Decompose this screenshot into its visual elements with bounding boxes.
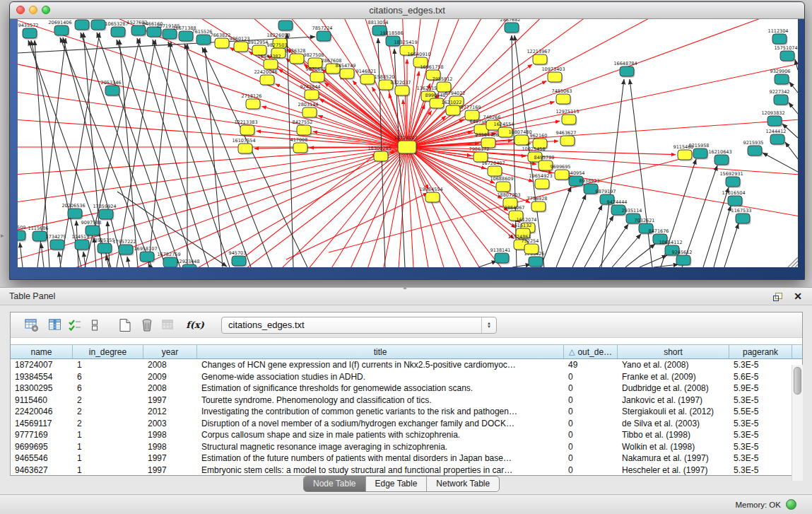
table-cell[interactable]: 0 [564, 383, 618, 393]
column-header[interactable]: in_degree [73, 345, 143, 358]
table-row[interactable]: 911546021997Tourette syndrome. Phenomeno… [11, 395, 802, 407]
graph-node[interactable] [496, 182, 510, 192]
graph-node[interactable] [50, 240, 64, 250]
table-cell[interactable]: Hescheler et al. (1997) [618, 465, 729, 475]
graph-node[interactable] [548, 72, 562, 82]
graph-node[interactable] [533, 54, 547, 64]
table-row[interactable]: 1456911722003Disruption of a novel membe… [11, 418, 802, 430]
table-cell[interactable]: Changes of HCN gene expression and I(f) … [197, 360, 564, 370]
table-cell[interactable]: 0 [564, 453, 618, 463]
table-vertical-scrollbar[interactable] [792, 365, 803, 481]
table-cell[interactable]: 1998 [143, 430, 197, 440]
table-cell[interactable]: 2 [73, 395, 143, 405]
graph-node[interactable] [620, 66, 634, 76]
table-cell[interactable]: Jankovic et al. (1997) [618, 395, 729, 405]
table-cell[interactable]: 49 [564, 360, 618, 370]
table-cell[interactable]: 5.3E-5 [729, 453, 792, 463]
tab-node-table[interactable]: Node Table [304, 477, 366, 491]
table-row[interactable]: 2242004622012Investigating the contribut… [11, 406, 802, 418]
table-cell[interactable]: 22420046 [11, 407, 73, 416]
network-canvas[interactable]: 9435572206914062049719240557210653287152… [18, 19, 798, 267]
graph-node[interactable] [23, 28, 37, 38]
graph-node[interactable] [728, 196, 742, 206]
column-header[interactable]: △out_de… [564, 345, 618, 358]
graph-node[interactable] [278, 21, 293, 30]
table-cell[interactable]: Embryonic stem cells: a model to study s… [197, 465, 564, 475]
graph-node[interactable] [780, 51, 794, 61]
graph-node[interactable] [774, 95, 788, 105]
close-panel-icon[interactable]: ✕ [794, 291, 802, 302]
table-cell[interactable]: Franke et al. (2009) [618, 372, 729, 382]
table-cell[interactable]: Wolkin et al. (1998) [618, 442, 729, 452]
graph-node[interactable] [678, 150, 692, 160]
network-view-window[interactable]: citations_edges.txt 94355722069140620497… [9, 1, 805, 280]
table-row[interactable]: 969969511998Structural magnetic resonanc… [11, 441, 802, 453]
graph-node[interactable] [555, 170, 569, 180]
table-cell[interactable]: 2003 [143, 419, 197, 428]
table-cell[interactable]: 1997 [143, 453, 197, 463]
table-cell[interactable]: 6 [73, 383, 143, 393]
graph-node[interactable] [182, 264, 196, 267]
graph-node[interactable] [340, 69, 354, 78]
table-row[interactable]: 946554611997Estimation of the future num… [11, 452, 802, 465]
graph-node[interactable] [446, 105, 460, 115]
table-cell[interactable]: 2012 [143, 407, 197, 416]
graph-node[interactable] [75, 240, 89, 250]
graph-node[interactable] [767, 116, 782, 126]
table-cell[interactable]: 5.3E-5 [729, 419, 792, 428]
graph-node[interactable] [140, 252, 154, 262]
graph-node[interactable] [119, 245, 133, 255]
table-cell[interactable]: Yano et al. (2008) [618, 360, 729, 370]
graph-node[interactable] [240, 125, 254, 135]
table-cell[interactable]: 1997 [143, 395, 197, 405]
new-table-icon[interactable] [117, 317, 133, 333]
column-header[interactable]: name [11, 345, 73, 358]
table-cell[interactable]: 0 [564, 430, 618, 440]
graph-node[interactable] [360, 74, 375, 84]
table-cell[interactable]: Disruption of a novel member of a sodium… [197, 419, 564, 428]
graph-node[interactable] [514, 135, 529, 145]
table-cell[interactable]: Genome-wide association studies in ADHD. [197, 372, 564, 382]
canvas-resize-grip[interactable] [788, 257, 798, 267]
graph-node[interactable] [297, 125, 311, 135]
table-cell[interactable]: 2008 [143, 383, 197, 393]
table-cell[interactable]: Tibbo et al. (1998) [618, 430, 729, 440]
table-cell[interactable]: Estimation of the future numbers of pati… [197, 453, 564, 463]
table-cell[interactable]: 9463627 [11, 465, 73, 475]
graph-node[interactable] [714, 155, 729, 165]
table-cell[interactable]: Corpus callosum shape and size in male p… [197, 430, 564, 440]
table-row[interactable]: 946362711997Embryonic stem cells: a mode… [11, 465, 802, 477]
graph-node[interactable] [232, 256, 246, 266]
graph-node[interactable] [562, 115, 576, 124]
table-cell[interactable]: Estimation of significance thresholds fo… [197, 383, 564, 393]
graph-node[interactable] [163, 257, 177, 267]
graph-node[interactable] [535, 179, 549, 189]
table-cell[interactable]: 1 [73, 453, 143, 463]
table-selector-dropdown[interactable]: citations_edges.txt ▲▼ [221, 317, 497, 334]
graph-node[interactable] [556, 94, 570, 104]
table-cell[interactable]: 0 [564, 395, 618, 405]
graph-node[interactable] [317, 31, 331, 41]
graph-node[interactable] [111, 27, 125, 37]
table-cell[interactable]: 2009 [143, 372, 197, 382]
scrollbar-thumb[interactable] [794, 367, 801, 395]
table-cell[interactable]: 1998 [143, 442, 197, 452]
table-cell[interactable]: 1 [73, 430, 143, 440]
table-cell[interactable]: 5.3E-5 [729, 395, 792, 405]
table-cell[interactable]: Stergiakouli et al. (2012) [618, 407, 729, 416]
tab-network-table[interactable]: Network Table [427, 477, 499, 491]
graph-node[interactable] [531, 201, 546, 211]
graph-node[interactable] [425, 192, 440, 202]
graph-node[interactable] [179, 31, 193, 41]
graph-node[interactable] [560, 136, 575, 146]
graph-node[interactable] [68, 209, 82, 218]
graph-node[interactable] [18, 230, 25, 240]
memory-ok-indicator[interactable] [786, 499, 796, 510]
graph-node[interactable] [374, 151, 388, 161]
graph-node[interactable] [310, 72, 324, 82]
table-cell[interactable]: 1 [73, 442, 143, 452]
table-settings-icon[interactable] [24, 317, 40, 333]
table-row[interactable]: 1872400712008Changes of HCN gene express… [11, 359, 802, 371]
table-cell[interactable]: 6 [73, 372, 143, 382]
graph-node[interactable] [234, 42, 248, 52]
